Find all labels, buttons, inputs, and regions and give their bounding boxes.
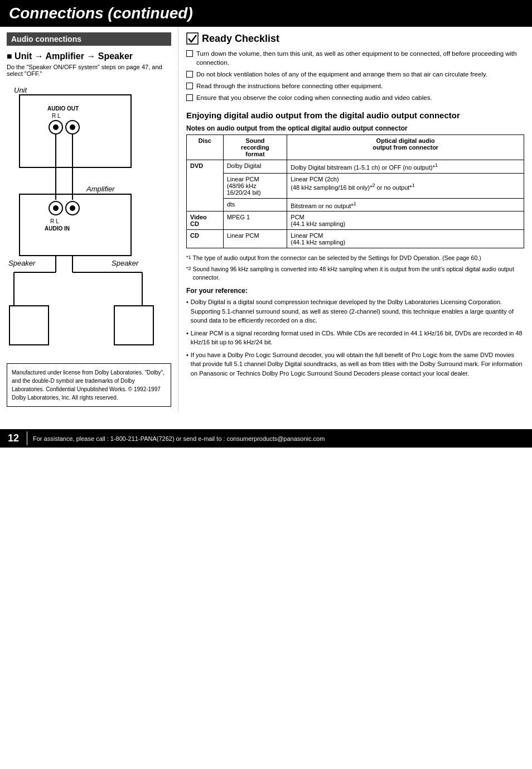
- format-dolby-digital: Dolby Digital: [223, 160, 287, 173]
- table-row: DVD Dolby Digital Dolby Digital bitstrea…: [187, 160, 524, 173]
- table-header-format: Soundrecordingformat: [223, 134, 287, 160]
- svg-rect-11: [20, 194, 131, 256]
- table-header-output: Optical digital audiooutput from connect…: [287, 134, 524, 160]
- table-row: CD Linear PCM Linear PCM(44.1 kHz sampli…: [187, 230, 524, 248]
- diagram-svg: Unit AUDIO OUT R L Amplifier: [8, 83, 165, 350]
- svg-point-13: [53, 205, 59, 211]
- checklist-item: Ensure that you observe the color coding…: [186, 93, 524, 102]
- ref-item-3: • If you have a Dolby Pro Logic Surround…: [186, 350, 524, 378]
- format-linear-pcm: Linear PCM(48/96 kHz16/20/24 bit): [223, 173, 287, 198]
- audio-output-table: Disc Soundrecordingformat Optical digita…: [186, 134, 524, 248]
- checklist-item: Do not block ventilation holes of any of…: [186, 70, 524, 79]
- output-cd-linear-pcm: Linear PCM(44.1 kHz sampling): [287, 230, 524, 248]
- audio-connections-header: Audio connections: [7, 32, 171, 46]
- unit-amplifier-speaker-title: ■ Unit → Amplifier → Speaker: [7, 51, 171, 61]
- ref-item-2: • Linear PCM is a signal recording forma…: [186, 329, 524, 347]
- footnote-2: *2 Sound having 96 kHz sampling is conve…: [186, 265, 524, 281]
- svg-text:Speaker: Speaker: [8, 259, 36, 267]
- svg-point-5: [53, 124, 59, 130]
- footer-assistance-text: For assistance, please call : 1-800-211-…: [33, 435, 325, 442]
- checkbox-3[interactable]: [186, 83, 193, 89]
- table-row: Linear PCM(48/96 kHz16/20/24 bit) Linear…: [187, 173, 524, 198]
- svg-text:R    L: R L: [52, 113, 61, 119]
- page-footer: 12 For assistance, please call : 1-800-2…: [0, 429, 532, 448]
- output-mpeg1: PCM(44.1 kHz sampling): [287, 212, 524, 230]
- left-column: Audio connections ■ Unit → Amplifier → S…: [0, 27, 178, 412]
- page-header: Connections (continued): [0, 0, 532, 27]
- svg-text:AUDIO OUT: AUDIO OUT: [47, 105, 79, 112]
- digital-audio-title: Enjoying digital audio output from the d…: [186, 110, 524, 121]
- output-dts: Bitstream or no output*1: [287, 198, 524, 212]
- checklist-list: Turn down the volume, then turn this uni…: [186, 49, 524, 102]
- reference-header: For your reference:: [186, 287, 524, 295]
- reference-items: • Dolby Digital is a digital sound compr…: [186, 297, 524, 378]
- disc-cd: CD: [187, 230, 224, 248]
- svg-text:Unit: Unit: [14, 86, 28, 94]
- right-column: Ready Checklist Turn down the volume, th…: [178, 27, 532, 412]
- page-title: Connections (continued): [9, 4, 193, 22]
- ready-checklist-header: Ready Checklist: [186, 32, 524, 45]
- format-mpeg1: MPEG 1: [223, 212, 287, 230]
- svg-text:Amplifier: Amplifier: [86, 185, 115, 193]
- checkbox-4[interactable]: [186, 94, 193, 101]
- disc-videocd: VideoCD: [187, 212, 224, 230]
- svg-point-7: [70, 124, 75, 130]
- disc-dvd: DVD: [187, 160, 224, 211]
- ref-item-1: • Dolby Digital is a digital sound compr…: [186, 297, 524, 325]
- connection-diagram: Unit AUDIO OUT R L Amplifier: [8, 83, 170, 352]
- checklist-icon: [186, 32, 199, 45]
- output-dolby-digital: Dolby Digital bitstream (1-5.1 ch) or OF…: [287, 160, 524, 173]
- svg-rect-27: [114, 306, 153, 345]
- checkbox-2[interactable]: [186, 71, 193, 78]
- unit-subtext: Do the "Speaker ON/OFF system" steps on …: [7, 64, 171, 77]
- svg-text:R    L: R L: [50, 218, 59, 224]
- footnotes: *1 The type of audio output from the con…: [186, 254, 524, 281]
- table-row: dts Bitstream or no output*1: [187, 198, 524, 212]
- output-linear-pcm: Linear PCM (2ch)(48 kHz sampling/16 bit …: [287, 173, 524, 198]
- checklist-item: Read through the instructions before con…: [186, 81, 524, 90]
- footnote-1: *1 The type of audio output from the con…: [186, 254, 524, 262]
- checkbox-1[interactable]: [186, 50, 193, 57]
- format-dts: dts: [223, 198, 287, 212]
- table-header-disc: Disc: [187, 134, 224, 160]
- table-row: VideoCD MPEG 1 PCM(44.1 kHz sampling): [187, 212, 524, 230]
- notes-title: Notes on audio output from the optical d…: [186, 124, 524, 132]
- svg-text:Speaker: Speaker: [112, 259, 139, 267]
- dolby-license-box: Manufactured under license from Dolby La…: [7, 363, 171, 407]
- svg-rect-26: [9, 306, 49, 345]
- page-number: 12: [0, 431, 27, 445]
- svg-text:AUDIO IN: AUDIO IN: [45, 225, 70, 232]
- checklist-item: Turn down the volume, then turn this uni…: [186, 49, 524, 67]
- format-cd-linear-pcm: Linear PCM: [223, 230, 287, 248]
- svg-point-15: [70, 205, 75, 211]
